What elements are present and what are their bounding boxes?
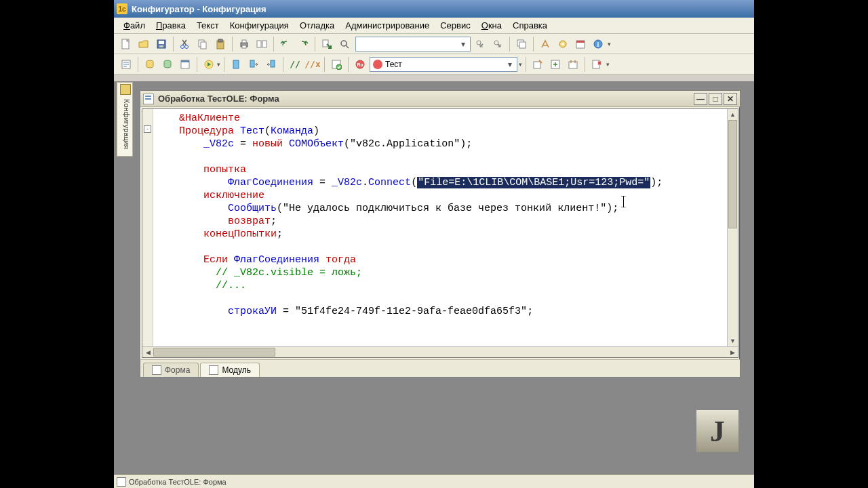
- form-tab-icon: [152, 365, 161, 375]
- copy-icon[interactable]: [195, 36, 211, 52]
- svg-rect-11: [242, 40, 246, 43]
- workarea: Конфигурация Обработка ТестOLE: Форма — …: [114, 81, 754, 474]
- save-icon[interactable]: [153, 36, 170, 52]
- toolbar-2: ▾ // //x Ru Тест▾ ▾ ▾: [114, 54, 754, 75]
- ru-icon[interactable]: Ru: [352, 56, 368, 73]
- menu-windows[interactable]: Окна: [476, 18, 507, 33]
- tool-c-icon[interactable]: [530, 56, 546, 73]
- app-window: 1c Конфигуратор - Конфигурация Файл Прав…: [114, 0, 754, 488]
- tool-d-icon[interactable]: [547, 56, 564, 73]
- fold-toggle[interactable]: -: [144, 125, 151, 133]
- run-icon[interactable]: [201, 56, 217, 73]
- svg-text:Ru: Ru: [357, 62, 363, 67]
- db2-icon[interactable]: [159, 56, 176, 73]
- module-icon[interactable]: [118, 56, 134, 73]
- svg-rect-33: [233, 60, 239, 68]
- svg-rect-35: [271, 60, 275, 67]
- h-scrollbar[interactable]: ◀ ▶: [142, 346, 738, 357]
- code-editor[interactable]: - &НаКлиенте Процедура Тест(Команда) _V8…: [142, 108, 738, 358]
- tool-del-icon[interactable]: [589, 56, 605, 73]
- code-content[interactable]: &НаКлиенте Процедура Тест(Команда) _V82c…: [155, 112, 727, 346]
- db-icon[interactable]: [142, 56, 158, 73]
- uncomment-icon[interactable]: //x: [304, 56, 321, 73]
- editor-tabs: Форма Модуль: [140, 359, 740, 377]
- paste-icon[interactable]: [212, 36, 229, 52]
- toolbar-1: ▾ i ▾: [114, 34, 754, 54]
- open-file-icon[interactable]: [136, 36, 152, 52]
- v-scrollbar[interactable]: ▲ ▼: [727, 109, 738, 346]
- form-editor-icon: [143, 94, 154, 104]
- editor-titlebar[interactable]: Обработка ТестOLE: Форма — □ ✕: [140, 91, 740, 107]
- info-icon[interactable]: i: [590, 36, 606, 52]
- config-sidepanel[interactable]: Конфигурация: [117, 82, 133, 157]
- svg-point-16: [341, 41, 347, 46]
- syntax-icon[interactable]: [328, 56, 344, 73]
- tab-form[interactable]: Форма: [143, 363, 199, 377]
- window-title: Конфигуратор - Конфигурация: [132, 4, 267, 14]
- svg-rect-2: [159, 41, 164, 44]
- gutter: -: [142, 109, 153, 346]
- menu-file[interactable]: Файл: [118, 18, 151, 33]
- svg-point-5: [185, 45, 189, 48]
- svg-rect-20: [519, 42, 526, 48]
- menu-service[interactable]: Сервис: [435, 18, 476, 33]
- find-prev-icon[interactable]: [472, 36, 488, 52]
- titlebar[interactable]: 1c Конфигуратор - Конфигурация: [114, 0, 754, 18]
- menu-admin[interactable]: Администрирование: [340, 18, 435, 33]
- calendar-icon[interactable]: [572, 36, 589, 52]
- editor-window: Обработка ТестOLE: Форма — □ ✕ - &НаКлие…: [140, 90, 741, 378]
- status-icon: [117, 477, 126, 487]
- search-combo[interactable]: ▾: [355, 37, 471, 52]
- close-button[interactable]: ✕: [724, 93, 737, 105]
- compare-icon[interactable]: [254, 36, 270, 52]
- redo-icon[interactable]: [295, 36, 311, 52]
- editor-title: Обработка ТестOLE: Форма: [158, 94, 279, 104]
- undo-icon[interactable]: [277, 36, 294, 52]
- menu-edit[interactable]: Правка: [151, 18, 191, 33]
- windows-icon[interactable]: [513, 36, 530, 52]
- search-icon[interactable]: [336, 36, 353, 52]
- tool-e-icon[interactable]: [565, 56, 581, 73]
- svg-point-22: [561, 43, 564, 45]
- cut-icon[interactable]: [177, 36, 193, 52]
- status-text: Обработка ТестOLE: Форма: [129, 478, 226, 486]
- svg-rect-12: [242, 45, 246, 48]
- tool-b-icon[interactable]: [555, 36, 571, 52]
- h-scroll-thumb[interactable]: [153, 348, 275, 357]
- v-scroll-thumb[interactable]: [728, 120, 737, 228]
- svg-text:i: i: [597, 41, 599, 48]
- menu-help[interactable]: Справка: [507, 18, 553, 33]
- comment-icon[interactable]: //: [287, 56, 303, 73]
- svg-rect-42: [569, 62, 577, 68]
- svg-rect-3: [159, 45, 163, 47]
- minimize-button[interactable]: —: [694, 93, 707, 105]
- bookmark-prev-icon[interactable]: [263, 56, 279, 73]
- new-file-icon[interactable]: [118, 36, 134, 52]
- goto-icon[interactable]: [319, 36, 335, 52]
- bookmark-icon[interactable]: [228, 56, 244, 73]
- watermark-logo: J: [696, 409, 739, 453]
- svg-rect-34: [250, 60, 254, 67]
- menu-debug[interactable]: Отладка: [294, 18, 340, 33]
- statusbar: Обработка ТестOLE: Форма: [114, 474, 754, 488]
- module-tab-icon: [209, 365, 218, 375]
- svg-rect-15: [323, 40, 328, 47]
- menu-config[interactable]: Конфигурация: [224, 18, 294, 33]
- tab-module[interactable]: Модуль: [200, 363, 260, 377]
- menubar: Файл Правка Текст Конфигурация Отладка А…: [114, 18, 754, 34]
- svg-rect-40: [534, 62, 540, 68]
- tool-a-icon[interactable]: [537, 36, 553, 52]
- menu-text[interactable]: Текст: [191, 18, 224, 33]
- svg-point-4: [181, 45, 184, 48]
- print-icon[interactable]: [236, 36, 252, 52]
- bookmark-next-icon[interactable]: [245, 56, 262, 73]
- app-icon: 1c: [117, 3, 127, 14]
- find-next-icon[interactable]: [490, 36, 506, 52]
- maximize-button[interactable]: □: [709, 93, 722, 105]
- svg-rect-31: [181, 60, 189, 62]
- svg-rect-14: [262, 41, 267, 47]
- form-icon[interactable]: [177, 56, 193, 73]
- proc-combo[interactable]: Тест▾: [370, 57, 517, 72]
- svg-rect-13: [257, 41, 261, 47]
- svg-rect-9: [218, 39, 222, 42]
